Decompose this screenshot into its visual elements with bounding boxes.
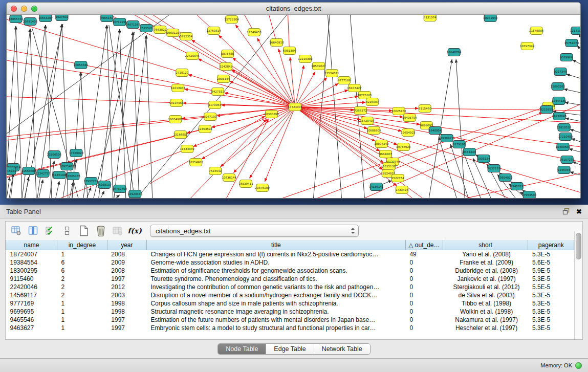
close-window-button[interactable] — [11, 6, 17, 12]
graph-node[interactable]: 7632118 — [488, 165, 500, 172]
graph-node[interactable]: 10025488 — [391, 107, 406, 115]
graph-node[interactable]: 12342757 — [36, 170, 51, 178]
graph-node[interactable]: 20053346 — [74, 61, 89, 69]
graph-node[interactable]: 2718120 — [176, 69, 188, 77]
graph-node[interactable]: 12215309 — [298, 55, 313, 63]
graph-node[interactable]: 12093582 — [551, 83, 565, 91]
graph-node[interactable]: 11568689 — [21, 167, 36, 175]
graph-node[interactable]: 9777169 — [338, 77, 351, 84]
graph-node[interactable]: 13534571 — [324, 70, 339, 77]
function-builder-icon[interactable]: f(x) — [129, 225, 140, 236]
graph-node[interactable]: 10653287 — [38, 15, 53, 22]
graph-node[interactable]: 8216087 — [366, 98, 379, 106]
graph-node[interactable]: 5875685 — [221, 50, 234, 58]
graph-node[interactable]: 7515526 — [140, 25, 153, 32]
graph-node[interactable]: 7524542 — [209, 167, 222, 175]
graph-node[interactable]: 9474444 — [463, 148, 476, 156]
graph-node[interactable]: 10719155 — [113, 18, 127, 26]
column-header[interactable]: title — [146, 240, 405, 250]
graph-node[interactable]: 16107427 — [347, 84, 362, 92]
graph-node[interactable]: 18807249 — [374, 140, 389, 148]
graph-node[interactable]: 9684067 — [379, 150, 392, 158]
table-row[interactable]: 1872400712008Changes of HCN gene express… — [6, 250, 574, 259]
graph-node[interactable]: 13505135 — [66, 172, 81, 180]
column-header[interactable]: short — [443, 240, 528, 250]
graph-node[interactable]: 1733426 — [396, 186, 408, 194]
column-header[interactable]: in_degree — [57, 240, 107, 250]
graph-node[interactable]: 16539411 — [238, 180, 253, 188]
graph-node[interactable]: 12213983 — [171, 84, 186, 92]
graph-node[interactable]: 16210645 — [552, 113, 567, 120]
graph-node[interactable]: 9960125 — [166, 29, 179, 37]
graph-node[interactable]: 9245045 — [558, 166, 571, 174]
graph-node[interactable]: 1615132 — [383, 163, 396, 170]
graph-node[interactable]: 12810536 — [557, 124, 572, 132]
tab-edge-table[interactable]: Edge Table — [266, 344, 314, 354]
graph-node[interactable]: 10981943 — [483, 15, 498, 22]
table-row[interactable]: 969969511998Structural magnetic resonanc… — [6, 308, 574, 316]
table-row[interactable]: 1830029562008Estimation of significance … — [6, 267, 574, 275]
graph-node[interactable]: 12444135 — [552, 97, 567, 105]
graph-node[interactable]: 16648784 — [447, 49, 462, 56]
graph-node[interactable]: 7386372 — [354, 107, 367, 115]
graph-node[interactable]: 22760814 — [206, 27, 221, 35]
graph-node[interactable]: 12171074 — [570, 27, 580, 35]
graph-node[interactable]: 5912354 — [180, 33, 192, 40]
table-row[interactable]: 977716911998Corpus callosum shape and si… — [6, 299, 574, 308]
graph-node[interactable]: 18724007 — [288, 103, 302, 111]
graph-node[interactable]: 16782759 — [113, 185, 127, 193]
graph-node[interactable]: 12923448 — [128, 190, 143, 198]
graph-node[interactable]: 5242845 — [220, 63, 232, 71]
close-panel-icon[interactable]: ✖ — [576, 208, 582, 215]
scrollbar-thumb[interactable] — [576, 233, 581, 259]
graph-node[interactable]: 19654923 — [401, 129, 416, 137]
graph-node[interactable]: 12549455 — [247, 29, 262, 36]
graph-node[interactable]: 9227349 — [554, 68, 567, 76]
delete-table-icon[interactable] — [95, 225, 106, 236]
table-row[interactable]: 946554611997Estimation of the future num… — [6, 316, 574, 324]
graph-node[interactable]: 2522754 — [391, 174, 404, 182]
graph-node[interactable]: 20876189 — [255, 184, 270, 192]
graph-node[interactable]: 18539027 — [311, 62, 326, 70]
graph-node[interactable]: 20206536 — [47, 151, 62, 159]
table-settings-icon[interactable] — [11, 225, 22, 236]
graph-node[interactable]: 17210483 — [558, 133, 573, 141]
tab-node-table[interactable]: Node Table — [218, 344, 266, 354]
table-row[interactable]: 1938455462009Genome-wide association stu… — [6, 258, 574, 267]
graph-node[interactable]: 11548086 — [529, 27, 544, 35]
tab-network-table[interactable]: Network Table — [314, 344, 370, 354]
table-row[interactable]: 946362711997Embryonic stem cells: a mode… — [6, 324, 574, 332]
network-canvas[interactable]: 1405572420691406106532871527602696616010… — [7, 15, 580, 198]
graph-node[interactable]: 9115460 — [419, 105, 431, 113]
graph-node[interactable]: 8938923 — [441, 135, 453, 142]
minimize-window-button[interactable] — [21, 6, 27, 12]
graph-node[interactable]: 8215955 — [540, 106, 553, 114]
graph-node[interactable]: 8131074 — [424, 15, 437, 21]
row-height-icon[interactable] — [61, 225, 73, 236]
graph-node[interactable]: 6966160 — [100, 15, 113, 22]
graph-node[interactable]: 13166857 — [173, 131, 188, 139]
graph-node[interactable]: 14055724 — [9, 15, 24, 23]
graph-node[interactable]: 10688809 — [366, 127, 381, 135]
graph-node[interactable]: 1640954 — [429, 127, 442, 135]
graph-node[interactable]: 17359928 — [69, 149, 84, 157]
column-header[interactable]: △ out_de… — [405, 240, 443, 250]
column-header[interactable]: name — [6, 240, 57, 250]
table-row[interactable]: 1456911722003Disruption of a novel membe… — [6, 291, 574, 299]
graph-node[interactable]: 19654983 — [168, 116, 183, 123]
graph-node[interactable]: 9529966 — [560, 54, 573, 61]
graph-node[interactable]: 7663822 — [154, 26, 166, 34]
select-column-icon[interactable] — [28, 225, 39, 236]
graph-node[interactable]: 8267130 — [204, 113, 216, 121]
graph-node[interactable]: 10736144 — [222, 174, 236, 182]
graph-node[interactable]: 17957233 — [84, 178, 99, 185]
table-row[interactable]: 911546021997Tourette syndrome. Phenomeno… — [6, 275, 574, 283]
float-panel-icon[interactable] — [562, 208, 570, 215]
graph-node[interactable]: 15751074 — [564, 39, 579, 47]
graph-node[interactable]: 1527602 — [55, 15, 68, 21]
network-window-titlebar[interactable]: citations_edges.txt — [7, 3, 580, 15]
graph-node[interactable]: 19495794 — [402, 114, 417, 122]
graph-node[interactable]: 18300295 — [264, 111, 279, 118]
graph-node[interactable]: 1170064 — [208, 101, 221, 109]
graph-node[interactable]: 2803144 — [217, 75, 230, 83]
